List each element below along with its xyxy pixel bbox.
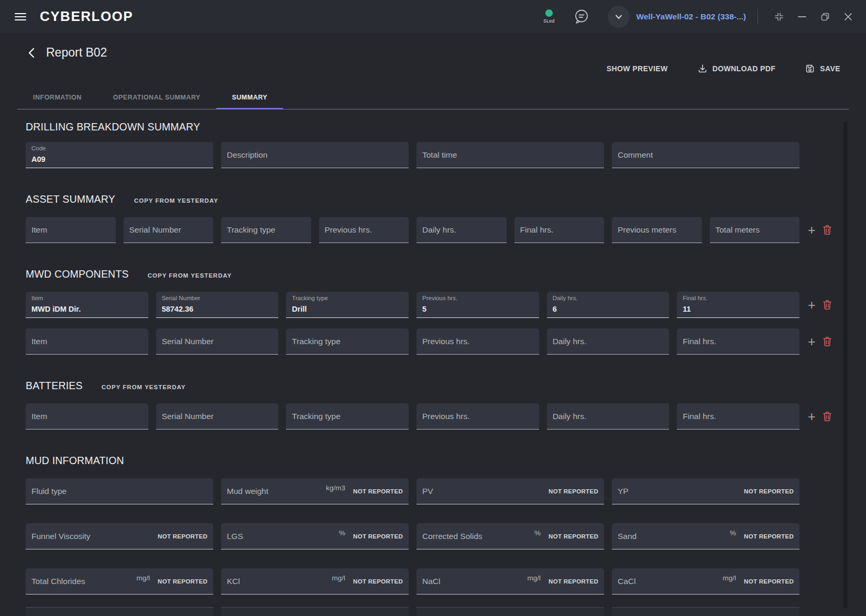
field-tracking-type[interactable]: Tracking type Drill [286, 292, 409, 318]
copy-from-yesterday-button[interactable]: COPY FROM YESTERDAY [102, 384, 186, 390]
field-nacl[interactable]: NaCl mg/l NOT REPORTED [416, 568, 604, 595]
field-mud-weight[interactable]: Mud weight kg/m3 NOT REPORTED [221, 478, 409, 504]
trash-icon [823, 336, 832, 347]
delete-row-button[interactable] [823, 225, 832, 235]
field-placeholder: Total time [422, 150, 457, 160]
scrollbar[interactable] [843, 122, 847, 609]
field-daily-hrs[interactable]: Daily hrs. [547, 328, 670, 355]
field-serial-number[interactable]: Serial Number [156, 328, 279, 355]
unit-label: % [534, 529, 541, 537]
field-sand[interactable]: Sand % NOT REPORTED [612, 523, 799, 549]
field-label: NaCl [422, 577, 440, 586]
not-reported-badge: NOT REPORTED [549, 578, 598, 585]
field-placeholder: Tracking type [292, 337, 340, 346]
field-pv[interactable]: PV NOT REPORTED [416, 478, 604, 504]
delete-row-button[interactable] [823, 336, 832, 347]
field-daily-hrs[interactable]: Daily hrs. [416, 217, 507, 243]
field-cacl[interactable]: CaCl mg/l NOT REPORTED [612, 568, 799, 595]
field-placeholder: Previous hrs. [325, 225, 372, 235]
maximize-restore-icon[interactable] [820, 12, 830, 22]
field-previous-hrs[interactable]: Previous hrs. 5 [416, 292, 539, 318]
top-bar: CYBERLOOP SLed Well-YaWell-02 - B02 (338… [0, 0, 866, 33]
well-selector-label[interactable]: Well-YaWell-02 - B02 (338-...) [636, 12, 746, 21]
well-selector-dropdown[interactable] [608, 6, 630, 28]
field-final-hrs[interactable]: Final hrs. [677, 328, 799, 355]
exit-fullscreen-icon[interactable] [774, 12, 784, 22]
field-daily-hrs[interactable]: Daily hrs. 6 [547, 292, 670, 318]
field-serial-number[interactable]: Serial Number [156, 403, 279, 430]
field-serial-number[interactable]: Serial Number [124, 217, 214, 243]
delete-row-button[interactable] [823, 411, 832, 422]
field-previous-meters[interactable]: Previous meters [612, 217, 702, 243]
field-lgs[interactable]: LGS % NOT REPORTED [221, 523, 409, 549]
field-total-time[interactable]: Total time [416, 142, 604, 168]
field-item[interactable]: Item MWD iDM Dir. [26, 292, 148, 318]
field-label: CaCl [618, 577, 635, 586]
unit-label: % [339, 529, 345, 537]
add-row-button[interactable]: + [808, 225, 816, 235]
tab-summary[interactable]: SUMMARY [216, 86, 283, 109]
minimize-icon[interactable] [798, 16, 806, 18]
field-final-hrs[interactable]: Final hrs. [677, 403, 799, 430]
field-partial[interactable] [612, 607, 799, 616]
tab-operational-summary[interactable]: OPERATIONAL SUMMARY [97, 86, 216, 109]
save-icon [805, 63, 815, 74]
field-item[interactable]: Item [26, 328, 148, 355]
field-label: Final hrs. [683, 295, 707, 301]
field-label: Fluid type [31, 487, 67, 496]
field-final-hrs[interactable]: Final hrs. 11 [677, 292, 799, 318]
field-placeholder: Tracking type [227, 225, 275, 235]
mud-row-3: Total Chlorides mg/l NOT REPORTED KCl mg… [26, 568, 799, 595]
tab-information[interactable]: INFORMATION [17, 86, 97, 109]
field-comment[interactable]: Comment [612, 142, 799, 168]
field-final-hrs[interactable]: Final hrs. [514, 217, 605, 243]
download-pdf-button[interactable]: DOWNLOAD PDF [697, 63, 776, 74]
chat-icon[interactable] [573, 8, 590, 25]
field-label: Daily hrs. [553, 295, 578, 301]
add-row-button[interactable]: + [808, 411, 816, 422]
save-button[interactable]: SAVE [805, 63, 840, 74]
field-value: 58742.36 [162, 305, 193, 313]
field-partial[interactable] [221, 607, 409, 616]
field-total-chlorides[interactable]: Total Chlorides mg/l NOT REPORTED [26, 568, 213, 595]
field-value: MWD iDM Dir. [31, 305, 81, 313]
add-row-button[interactable]: + [808, 300, 816, 310]
hamburger-menu-icon[interactable] [15, 13, 26, 21]
field-previous-hrs[interactable]: Previous hrs. [319, 217, 409, 243]
field-daily-hrs[interactable]: Daily hrs. [547, 403, 670, 430]
field-tracking-type[interactable]: Tracking type [221, 217, 311, 243]
tab-bar: INFORMATION OPERATIONAL SUMMARY SUMMARY [17, 86, 849, 109]
back-button[interactable] [26, 47, 38, 59]
field-corrected-solids[interactable]: Corrected Solids % NOT REPORTED [416, 523, 604, 549]
field-label: Tracking type [292, 295, 328, 301]
connection-status: SLed [543, 9, 554, 24]
close-icon[interactable] [844, 13, 852, 21]
field-item[interactable]: Item [26, 403, 148, 430]
field-kcl[interactable]: KCl mg/l NOT REPORTED [221, 568, 409, 595]
field-item[interactable]: Item [26, 217, 116, 243]
field-label: Total Chlorides [31, 577, 85, 586]
unit-label: kg/m3 [326, 484, 345, 492]
copy-from-yesterday-button[interactable]: COPY FROM YESTERDAY [148, 272, 232, 279]
field-description[interactable]: Description [221, 142, 409, 168]
not-reported-badge: NOT REPORTED [158, 578, 207, 585]
field-tracking-type[interactable]: Tracking type [286, 328, 409, 355]
field-fluid-type[interactable]: Fluid type [26, 478, 213, 504]
field-funnel-viscosity[interactable]: Funnel Viscosity NOT REPORTED [26, 523, 213, 549]
show-preview-button[interactable]: SHOW PREVIEW [607, 64, 668, 73]
add-row-button[interactable]: + [808, 336, 816, 347]
app-logo: CYBERLOOP [40, 8, 133, 25]
field-tracking-type[interactable]: Tracking type [286, 403, 409, 430]
field-code[interactable]: Code A09 [26, 142, 213, 168]
delete-row-button[interactable] [823, 300, 832, 310]
unit-label: mg/l [723, 574, 737, 582]
field-previous-hrs[interactable]: Previous hrs. [416, 328, 539, 355]
copy-from-yesterday-button[interactable]: COPY FROM YESTERDAY [134, 197, 218, 204]
field-previous-hrs[interactable]: Previous hrs. [416, 403, 539, 430]
field-serial-number[interactable]: Serial Number 58742.36 [156, 292, 279, 318]
field-partial[interactable] [26, 607, 213, 616]
field-total-meters[interactable]: Total meters [710, 217, 800, 243]
mwd-row-1: Item MWD iDM Dir. Serial Number 58742.36… [26, 292, 840, 318]
field-yp[interactable]: YP NOT REPORTED [612, 478, 799, 504]
field-partial[interactable] [416, 607, 604, 616]
